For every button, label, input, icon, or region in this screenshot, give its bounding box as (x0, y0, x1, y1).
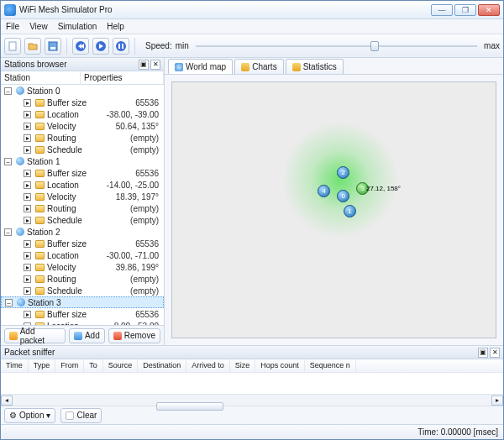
minimize-button[interactable]: — (431, 4, 453, 16)
station-property[interactable]: ▸Buffer size65536 (1, 167, 164, 179)
station-property[interactable]: ▸Velocity50.64, 135° (1, 120, 164, 132)
option-button[interactable]: ⚙Option▾ (4, 408, 55, 423)
add-station-button[interactable]: Add (69, 328, 105, 343)
clear-button[interactable]: Clear (60, 408, 102, 423)
close-button[interactable]: ✕ (478, 4, 500, 16)
col-station[interactable]: Station (1, 71, 81, 84)
expand-icon[interactable]: ▸ (24, 240, 31, 248)
play-button[interactable] (92, 38, 109, 55)
separator (134, 38, 135, 55)
rewind-button[interactable] (72, 38, 89, 55)
map-station-0[interactable]: 0 (337, 190, 349, 202)
station-property[interactable]: ▸Schedule(empty) (1, 214, 164, 226)
expand-icon[interactable]: ▸ (24, 146, 31, 154)
menu-view[interactable]: View (29, 22, 48, 31)
station-property[interactable]: ▸Buffer size65536 (1, 238, 164, 249)
sniffer-col[interactable]: Type (29, 359, 56, 372)
station-property[interactable]: ▸Routing(empty) (1, 132, 164, 144)
station-property[interactable]: ▸Location-14.00, -25.00 (1, 179, 164, 191)
expand-icon[interactable]: ▸ (24, 275, 31, 283)
add-packet-button[interactable]: Add packet (4, 328, 66, 343)
sniffer-col[interactable]: To (84, 359, 103, 372)
tab-world-map[interactable]: World map (168, 59, 233, 74)
col-properties[interactable]: Properties (81, 71, 164, 84)
sniffer-col[interactable]: Size (230, 359, 256, 372)
menu-help[interactable]: Help (107, 22, 124, 31)
panel-close-icon[interactable]: ✕ (150, 60, 160, 70)
packet-sniffer-header[interactable]: Packet sniffer ▣ ✕ (1, 346, 503, 359)
folder-icon (35, 146, 45, 154)
sniffer-footer: ⚙Option▾ Clear (1, 406, 503, 424)
maximize-button[interactable]: ❐ (454, 4, 476, 16)
expand-icon[interactable]: ▸ (24, 170, 31, 177)
open-button[interactable] (24, 38, 41, 55)
speed-slider-thumb[interactable] (370, 41, 379, 51)
expand-icon[interactable]: ▸ (24, 287, 31, 295)
station-property[interactable]: ▸Buffer size65536 (1, 308, 164, 320)
scrollbar-thumb[interactable] (156, 402, 223, 411)
tab-statistics[interactable]: Statistics (286, 59, 344, 74)
sniffer-col[interactable]: Hops count (255, 359, 305, 372)
sniffer-col[interactable]: Arrived to (186, 359, 230, 372)
panel-float-icon[interactable]: ▣ (139, 60, 149, 70)
station-property[interactable]: ▸Velocity18.39, 197° (1, 191, 164, 202)
expand-icon[interactable]: ▸ (24, 111, 31, 118)
titlebar[interactable]: WiFi Mesh Simulator Pro — ❐ ✕ (1, 1, 503, 19)
station-node[interactable]: –Station 0 (1, 85, 164, 97)
station-property[interactable]: ▸Schedule(empty) (1, 285, 164, 296)
pause-button[interactable] (113, 38, 129, 55)
station-property[interactable]: ▸Routing(empty) (1, 273, 164, 285)
expand-icon[interactable]: ▸ (24, 181, 31, 189)
panel-float-icon[interactable]: ▣ (478, 348, 488, 358)
expand-icon[interactable]: ▸ (24, 99, 31, 107)
station-range-glow (281, 121, 399, 238)
remove-button[interactable]: Remove (108, 328, 160, 343)
new-button[interactable] (4, 38, 21, 55)
map-station-1[interactable]: 1 (344, 205, 356, 217)
sniffer-col[interactable]: From (55, 359, 84, 372)
station-property[interactable]: ▸Location-30.00, -71.00 (1, 249, 164, 261)
sniffer-col[interactable]: Destination (138, 359, 186, 372)
expand-icon[interactable]: ▸ (24, 311, 31, 318)
station-node[interactable]: –Station 2 (1, 226, 164, 238)
sniffer-col[interactable]: Source (103, 359, 139, 372)
map-station-4[interactable]: 4 (318, 185, 330, 197)
panel-close-icon[interactable]: ✕ (490, 348, 500, 358)
expand-icon[interactable]: – (4, 228, 12, 236)
station-node[interactable]: –Station 3 (1, 296, 164, 308)
svg-point-5 (116, 41, 126, 51)
expand-icon[interactable]: ▸ (24, 205, 31, 212)
speed-slider[interactable] (196, 45, 477, 47)
expand-icon[interactable]: ▸ (24, 217, 31, 224)
tab-charts[interactable]: Charts (234, 59, 283, 74)
expand-icon[interactable]: ▸ (24, 252, 31, 259)
world-map-canvas[interactable]: 4201327.12, 158° (171, 81, 496, 338)
expand-icon[interactable]: ▸ (24, 264, 31, 271)
station-property[interactable]: ▸Velocity39.86, 199° (1, 261, 164, 273)
folder-icon (35, 275, 45, 283)
folder-icon (35, 134, 45, 142)
sniffer-col[interactable]: Time (1, 359, 29, 372)
station-property[interactable]: ▸Schedule(empty) (1, 144, 164, 155)
expand-icon[interactable]: – (4, 158, 12, 165)
sniffer-body[interactable]: ◂ ▸ (1, 373, 503, 406)
save-button[interactable] (45, 38, 61, 55)
scroll-left-icon[interactable]: ◂ (1, 395, 13, 406)
station-node[interactable]: –Station 1 (1, 155, 164, 167)
sniffer-col[interactable]: Sequence n (305, 359, 356, 372)
menu-simulation[interactable]: Simulation (58, 22, 97, 31)
main-area: World map Charts Statistics 4201327.12, … (165, 58, 503, 345)
stations-browser-header[interactable]: Stations browser ▣ ✕ (1, 58, 164, 71)
expand-icon[interactable]: ▸ (24, 193, 31, 201)
stations-tree[interactable]: –Station 0▸Buffer size65536▸Location-38.… (1, 85, 164, 325)
scroll-right-icon[interactable]: ▸ (491, 395, 503, 406)
expand-icon[interactable]: ▸ (24, 123, 31, 130)
expand-icon[interactable]: – (5, 299, 13, 306)
station-property[interactable]: ▸Routing(empty) (1, 202, 164, 214)
menu-file[interactable]: File (6, 22, 19, 31)
expand-icon[interactable]: ▸ (24, 134, 31, 142)
expand-icon[interactable]: – (4, 87, 12, 95)
station-property[interactable]: ▸Buffer size65536 (1, 97, 164, 108)
horizontal-scrollbar[interactable]: ◂ ▸ (1, 394, 503, 406)
station-property[interactable]: ▸Location-38.00, -39.00 (1, 108, 164, 120)
